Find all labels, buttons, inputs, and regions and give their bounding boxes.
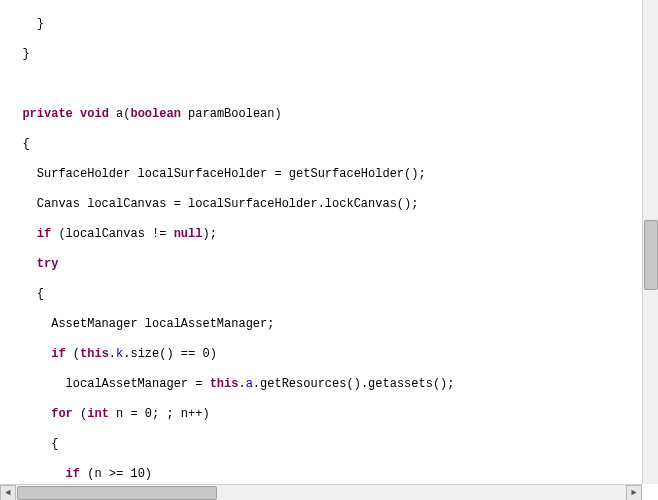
code-line: Canvas localCanvas = localSurfaceHolder.… [8, 197, 642, 212]
code-line: if (this.k.size() == 0) [8, 347, 642, 362]
code-line: { [8, 437, 642, 452]
code-line: localAssetManager = this.a.getResources(… [8, 377, 642, 392]
scroll-right-button[interactable]: ► [626, 485, 642, 500]
code-line: for (int n = 0; ; n++) [8, 407, 642, 422]
code-line: } [8, 47, 642, 62]
code-line: if (n >= 10) [8, 467, 642, 482]
scroll-left-button[interactable]: ◄ [0, 485, 16, 500]
horizontal-scrollbar-thumb[interactable] [17, 486, 217, 500]
code-line: if (localCanvas != null); [8, 227, 642, 242]
code-line: { [8, 137, 642, 152]
code-editor[interactable]: } } private void a(boolean paramBoolean)… [0, 0, 642, 484]
code-line: { [8, 287, 642, 302]
code-line: private void a(boolean paramBoolean) [8, 107, 642, 122]
code-line: try [8, 257, 642, 272]
code-line: SurfaceHolder localSurfaceHolder = getSu… [8, 167, 642, 182]
code-line: } [8, 17, 642, 32]
horizontal-scrollbar[interactable]: ◄ ► [0, 484, 642, 500]
vertical-scrollbar[interactable] [642, 0, 658, 484]
code-line: AssetManager localAssetManager; [8, 317, 642, 332]
code-line [8, 77, 642, 92]
vertical-scrollbar-thumb[interactable] [644, 220, 658, 290]
